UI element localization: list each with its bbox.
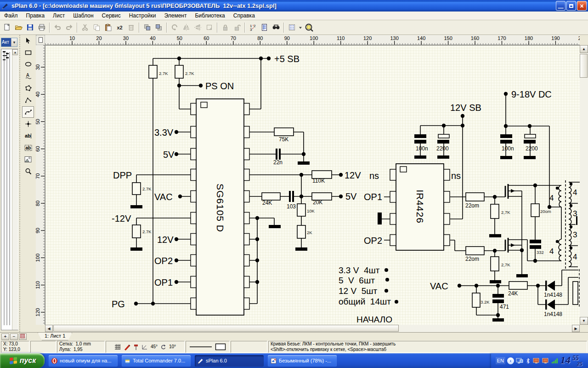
text-tool[interactable]: ab: [22, 130, 34, 142]
bezier-tool[interactable]: [22, 106, 34, 118]
grid-settings-button[interactable]: [286, 22, 298, 33]
note-text: общий 14шт: [339, 297, 391, 306]
polyline-tool[interactable]: [22, 94, 34, 106]
ruler-corner: [36, 35, 45, 45]
rectangle-tool[interactable]: [22, 47, 34, 58]
new-file-button[interactable]: [1, 22, 13, 33]
print-button[interactable]: [36, 22, 47, 33]
component-list-button[interactable]: [259, 22, 270, 33]
bring-front-button[interactable]: [141, 22, 153, 33]
redo-button[interactable]: [63, 22, 75, 33]
grid-toggle-icon[interactable]: [114, 344, 121, 350]
task-opera[interactable]: новый опиум для на...: [49, 355, 118, 367]
scroll-right-icon[interactable]: ▶: [572, 325, 580, 332]
mirror-h-button[interactable]: [181, 22, 192, 33]
cut-button[interactable]: [79, 22, 91, 33]
mirror-v-button[interactable]: [192, 22, 204, 33]
scroll-up-icon[interactable]: ▲: [580, 45, 588, 53]
listbox-scrollbar[interactable]: ▲: [12, 49, 18, 330]
unlock-button[interactable]: [231, 22, 243, 33]
rotate-step-value: 10°: [169, 344, 176, 350]
panel-splitter[interactable]: [19, 35, 21, 332]
align-button[interactable]: [204, 22, 215, 33]
library-combobox[interactable]: Акт ▼: [1, 38, 17, 47]
menu-template[interactable]: Шаблон: [69, 12, 97, 19]
hruler-tick-label: 90: [284, 35, 290, 41]
language-indicator[interactable]: EN: [496, 357, 505, 364]
listbox-scroll-up-icon[interactable]: ▲: [12, 49, 18, 55]
vnc-icon[interactable]: [533, 357, 540, 364]
ellipse-tool[interactable]: [22, 58, 34, 70]
winding-turns: 3: [573, 209, 577, 218]
menu-element[interactable]: Элемент: [160, 12, 191, 19]
signal-strength-icon[interactable]: [551, 357, 559, 364]
line-style-sample[interactable]: [189, 345, 212, 348]
open-file-button[interactable]: [13, 22, 24, 33]
drawing-canvas[interactable]: +5 SB PS ON 3.3V 5V DPP VAC -12V 12V OP2…: [45, 45, 580, 325]
node-point-tool[interactable]: [22, 118, 34, 130]
special-shape-tool[interactable]: A: [22, 70, 34, 82]
task-total-commander[interactable]: Total Commander 7.0...: [122, 355, 191, 367]
maximize-button[interactable]: [566, 1, 576, 11]
task-splan[interactable]: sPlan 6.0: [195, 355, 264, 367]
vruler-tick-label: 120: [36, 308, 40, 316]
pin-icon[interactable]: [133, 344, 139, 351]
duplicate-button[interactable]: x2: [114, 22, 125, 33]
combobox-dropdown-icon[interactable]: ▼: [11, 38, 17, 46]
horizontal-scroll-thumb[interactable]: [53, 325, 399, 332]
vruler-tick-label: 60: [36, 146, 40, 151]
minimize-button[interactable]: —: [556, 1, 565, 11]
polygon-tool[interactable]: [22, 82, 34, 94]
winding-turns: 4: [573, 253, 577, 261]
lock-button[interactable]: [220, 22, 231, 33]
vertical-scroll-thumb[interactable]: [580, 54, 588, 78]
grid-dropdown-arrow[interactable]: [298, 22, 303, 33]
part-value: 2.7K: [142, 186, 152, 191]
tray-collapse-icon[interactable]: ‹: [507, 357, 514, 364]
library-combobox-value: Акт: [1, 38, 11, 46]
search-button[interactable]: [270, 22, 282, 33]
scroll-down-icon[interactable]: ▼: [580, 317, 588, 325]
menu-service[interactable]: Сервис: [98, 12, 125, 19]
pen-icon[interactable]: [124, 344, 130, 351]
scroll-left-icon[interactable]: ◀: [45, 325, 53, 332]
hruler-tick-label: 50: [177, 35, 182, 41]
copy-button[interactable]: [91, 22, 102, 33]
paste-button[interactable]: [102, 22, 114, 33]
component-listbox[interactable]: ▲: [1, 49, 18, 330]
send-back-button[interactable]: [153, 22, 164, 33]
zoom-sheet-button[interactable]: [303, 22, 315, 33]
hruler-tick-label: 140: [417, 35, 425, 41]
task-paint[interactable]: Безымянный (78%) -...: [268, 355, 337, 367]
renumber-button[interactable]: 123: [247, 22, 259, 33]
menu-help[interactable]: Справка: [229, 12, 259, 19]
rotate-button[interactable]: [169, 22, 181, 33]
bluetooth-icon[interactable]: [525, 357, 531, 364]
menu-edit[interactable]: Правка: [22, 12, 49, 19]
zoom-tool[interactable]: [22, 166, 34, 177]
vertical-scrollbar[interactable]: ▲ ▼: [580, 45, 588, 325]
pointer-tool[interactable]: [22, 35, 34, 46]
close-button[interactable]: ×: [577, 1, 587, 11]
menu-library[interactable]: Библиотека: [191, 12, 229, 19]
menu-sheet[interactable]: Лист: [49, 12, 69, 19]
hruler-tick-label: 190: [551, 35, 560, 41]
menu-settings[interactable]: Настройки: [125, 12, 160, 19]
horizontal-scrollbar[interactable]: ◀ ▶: [45, 325, 580, 332]
sheet-properties-button[interactable]: [19, 334, 27, 340]
start-button[interactable]: пуск: [0, 353, 45, 368]
sheet-tab-1[interactable]: 1: Лист 1: [38, 333, 72, 340]
add-sheet-button[interactable]: +: [1, 334, 9, 340]
image-tool[interactable]: [22, 154, 34, 165]
vruler-tick-label: 110: [36, 281, 40, 289]
textbox-tool[interactable]: ab: [22, 142, 34, 154]
vnc-icon-2[interactable]: [542, 357, 549, 364]
undo-button[interactable]: [52, 22, 63, 33]
menu-file[interactable]: Файл: [0, 12, 22, 19]
net-label: -12V: [112, 213, 131, 224]
save-button[interactable]: [24, 22, 36, 33]
delete-button[interactable]: [125, 22, 137, 33]
remove-sheet-button[interactable]: −: [10, 334, 18, 340]
network-monitor-icon[interactable]: [516, 357, 523, 364]
fill-style-sample[interactable]: [215, 343, 226, 351]
